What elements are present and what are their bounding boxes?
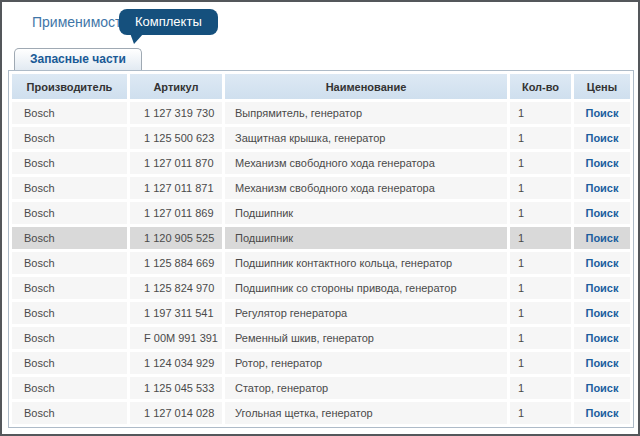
cell-qty: 1 [510,252,571,274]
cell-price: Поиск [574,402,630,424]
cell-price: Поиск [574,302,630,324]
cell-manufacturer: Bosch [12,352,127,374]
col-header-name: Наименование [225,74,507,99]
cell-price: Поиск [574,352,630,374]
cell-qty: 1 [510,152,571,174]
cell-manufacturer: Bosch [12,402,127,424]
cell-price: Поиск [574,177,630,199]
cell-manufacturer: Bosch [12,227,127,249]
price-search-link[interactable]: Поиск [585,257,618,269]
cell-qty: 1 [510,127,571,149]
price-search-link[interactable]: Поиск [585,207,618,219]
table-row[interactable]: Bosch1 124 034 929Ротор, генератор1Поиск [12,352,630,374]
tab-spare-parts[interactable]: Запасные части [14,48,142,70]
cell-qty: 1 [510,352,571,374]
cell-manufacturer: Bosch [12,177,127,199]
parts-window: Применимость Комплекты Запасные части Пр… [0,0,640,436]
cell-article: F 00M 991 391 [130,327,222,349]
cell-article: 1 125 884 669 [130,252,222,274]
cell-manufacturer: Bosch [12,202,127,224]
cell-qty: 1 [510,327,571,349]
cell-article: 1 127 011 871 [130,177,222,199]
table-row[interactable]: Bosch1 127 011 870Механизм свободного хо… [12,152,630,174]
table-row[interactable]: Bosch1 127 014 028Угольная щетка, генера… [12,402,630,424]
cell-article: 1 127 011 869 [130,202,222,224]
cell-price: Поиск [574,202,630,224]
cell-price: Поиск [574,327,630,349]
cell-article: 1 124 034 929 [130,352,222,374]
cell-manufacturer: Bosch [12,252,127,274]
cell-manufacturer: Bosch [12,127,127,149]
table-body: Bosch1 127 319 730Выпрямитель, генератор… [12,102,630,424]
price-search-link[interactable]: Поиск [585,232,618,244]
cell-name: Механизм свободного хода генератора [225,152,507,174]
cell-article: 1 120 905 525 [130,227,222,249]
table-row[interactable]: Bosch1 127 319 730Выпрямитель, генератор… [12,102,630,124]
cell-name: Выпрямитель, генератор [225,102,507,124]
cell-manufacturer: Bosch [12,327,127,349]
price-search-link[interactable]: Поиск [585,107,618,119]
cell-qty: 1 [510,102,571,124]
tab-kits-active[interactable]: Комплекты [119,9,218,35]
price-search-link[interactable]: Поиск [585,332,618,344]
cell-name: Механизм свободного хода генератора [225,177,507,199]
table-row[interactable]: Bosch1 120 905 525Подшипник1Поиск [12,227,630,249]
col-header-qty: Кол-во [510,74,571,99]
cell-price: Поиск [574,252,630,274]
cell-price: Поиск [574,152,630,174]
cell-name: Защитная крышка, генератор [225,127,507,149]
table-row[interactable]: BoschF 00M 991 391Ременный шкив, генерат… [12,327,630,349]
parts-table-wrap: Производитель Артикул Наименование Кол-в… [8,70,634,434]
price-search-link[interactable]: Поиск [585,132,618,144]
table-row[interactable]: Bosch1 197 311 541Регулятор генератора1П… [12,302,630,324]
col-header-article: Артикул [130,74,222,99]
cell-manufacturer: Bosch [12,102,127,124]
table-row[interactable]: Bosch1 125 824 970Подшипник со стороны п… [12,277,630,299]
cell-manufacturer: Bosch [12,377,127,399]
cell-name: Статор, генератор [225,377,507,399]
cell-article: 1 125 500 623 [130,127,222,149]
col-header-price: Цены [574,74,630,99]
cell-price: Поиск [574,102,630,124]
cell-name: Угольная щетка, генератор [225,402,507,424]
cell-manufacturer: Bosch [12,302,127,324]
table-row[interactable]: Bosch1 127 011 869Подшипник1Поиск [12,202,630,224]
cell-name: Подшипник [225,227,507,249]
price-search-link[interactable]: Поиск [585,282,618,294]
cell-article: 1 127 014 028 [130,402,222,424]
table-row[interactable]: Bosch1 125 884 669Подшипник контактного … [12,252,630,274]
cell-name: Ротор, генератор [225,352,507,374]
table-row[interactable]: Bosch1 125 500 623Защитная крышка, генер… [12,127,630,149]
cell-manufacturer: Bosch [12,152,127,174]
cell-qty: 1 [510,202,571,224]
cell-article: 1 125 045 533 [130,377,222,399]
cell-price: Поиск [574,227,630,249]
tab-applicability[interactable]: Применимость [32,14,129,30]
cell-qty: 1 [510,177,571,199]
col-header-manufacturer: Производитель [12,74,127,99]
cell-name: Ременный шкив, генератор [225,327,507,349]
cell-price: Поиск [574,377,630,399]
price-search-link[interactable]: Поиск [585,182,618,194]
cell-article: 1 127 319 730 [130,102,222,124]
cell-article: 1 127 011 870 [130,152,222,174]
price-search-link[interactable]: Поиск [585,357,618,369]
table-row[interactable]: Bosch1 127 011 871Механизм свободного хо… [12,177,630,199]
table-row[interactable]: Bosch1 125 045 533Статор, генератор1Поис… [12,377,630,399]
cell-name: Подшипник контактного кольца, генератор [225,252,507,274]
cell-name: Регулятор генератора [225,302,507,324]
cell-price: Поиск [574,127,630,149]
cell-qty: 1 [510,227,571,249]
price-search-link[interactable]: Поиск [585,407,618,419]
cell-name: Подшипник со стороны привода, генератор [225,277,507,299]
cell-qty: 1 [510,402,571,424]
cell-qty: 1 [510,302,571,324]
price-search-link[interactable]: Поиск [585,157,618,169]
price-search-link[interactable]: Поиск [585,307,618,319]
price-search-link[interactable]: Поиск [585,382,618,394]
cell-price: Поиск [574,277,630,299]
cell-article: 1 197 311 541 [130,302,222,324]
cell-article: 1 125 824 970 [130,277,222,299]
cell-name: Подшипник [225,202,507,224]
cell-manufacturer: Bosch [12,277,127,299]
